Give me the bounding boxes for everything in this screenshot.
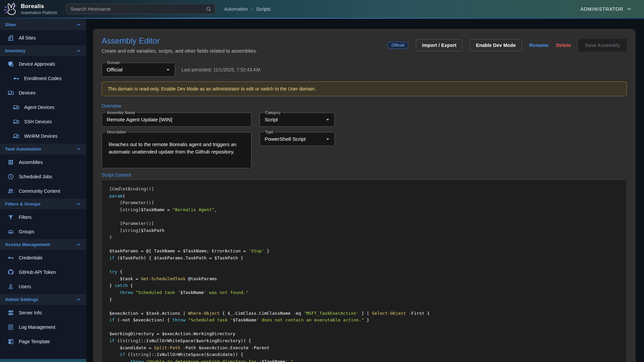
enable-dev-mode-button[interactable]: Enable Dev Mode — [470, 39, 522, 51]
log-icon — [7, 324, 14, 330]
breadcrumb: Automation › Scripts — [224, 0, 271, 18]
read-only-warning-banner: This domain is read-only. Enable Dev Mod… — [102, 81, 627, 96]
sidebar-item-winrm-devices[interactable]: WinRM Devices — [0, 129, 86, 143]
sidebar-item-enrollment-codes[interactable]: Enrollment Codes — [0, 71, 86, 85]
description-label: Description — [105, 129, 128, 135]
topbar-accent-line — [0, 18, 644, 19]
key-icon — [7, 254, 14, 261]
sidebar-item-assemblies[interactable]: Assemblies — [0, 155, 86, 169]
clock-icon — [7, 173, 14, 180]
search-input[interactable] — [66, 6, 206, 12]
chevron-up-icon — [76, 146, 81, 152]
sidebar-item-device-approvals[interactable]: Device Approvals — [0, 57, 86, 71]
sidebar-item-ssh-devices[interactable]: SSH Devices — [0, 114, 86, 129]
brand-tagline: Automation Platform — [21, 10, 57, 15]
sidebar-section-access-management[interactable]: Access Management — [0, 239, 86, 250]
search-icon — [206, 6, 212, 12]
sidebar-item-server-info[interactable]: Server Info — [0, 305, 86, 320]
sidebar-item-groups[interactable]: Groups — [0, 224, 86, 239]
user-icon — [7, 283, 14, 290]
brand-name: Borealis — [21, 3, 57, 10]
sidebar-item-community-content[interactable]: Community Content — [0, 184, 86, 198]
devices-icon — [7, 89, 14, 96]
chevron-up-icon — [76, 201, 81, 206]
chevron-up-icon — [76, 297, 81, 302]
brand: Borealis Automation Platform — [3, 1, 57, 17]
description-field[interactable]: Description Reaches out to the remote Bo… — [102, 132, 252, 168]
breadcrumb-scripts[interactable]: Scripts — [256, 6, 271, 12]
sidebar-section-label: Filters & Groups — [5, 201, 41, 206]
sidebar-item-label: GitHub API Token — [19, 269, 56, 275]
sidebar-item-credentials[interactable]: Credentials — [0, 250, 86, 265]
code-line: param( — [109, 193, 619, 200]
delete-button[interactable]: Delete — [556, 43, 571, 48]
overview-section-label: Overview — [102, 103, 627, 109]
sidebar-item-users[interactable]: Users — [0, 279, 86, 294]
code-line: try { — [109, 268, 619, 276]
sidebar-item-agent-devices[interactable]: Agent Devices — [0, 100, 86, 114]
groups-icon — [7, 228, 14, 235]
domain-badge: Official — [387, 42, 409, 49]
page-title: Assembly Editor — [102, 36, 257, 46]
sidebar-section-filters-groups[interactable]: Filters & Groups — [0, 198, 86, 210]
chevron-up-icon — [76, 22, 81, 27]
devices-icon — [13, 133, 19, 139]
sidebar-item-label: Log Management — [19, 324, 55, 330]
rename-button[interactable]: Rename — [529, 43, 549, 48]
borealis-rabbit-logo — [3, 1, 18, 17]
search-box[interactable] — [66, 4, 215, 14]
sidebar-item-devices[interactable]: Devices — [0, 85, 86, 100]
category-select[interactable]: Category Script — [260, 113, 335, 127]
save-assembly-button[interactable]: Save Assembly — [578, 39, 627, 52]
code-line — [109, 213, 619, 220]
sidebar-section-label: Inventory — [5, 48, 25, 53]
code-line: $task = Get-ScheduledTask @taskParams — [109, 276, 619, 283]
sidebar-section-label: Access Management — [5, 242, 50, 247]
sidebar-section-admin-settings[interactable]: Admin Settings — [0, 294, 86, 305]
code-line — [109, 241, 619, 248]
domain-row: Domain Official Last persisted: 11/1/202… — [102, 63, 627, 77]
overview-fields: Assembly Name Remote Agent Update [WIN] … — [102, 113, 627, 168]
category-label: Category — [263, 110, 282, 115]
code-line: throw "Unable to determine working direc… — [109, 358, 619, 362]
sidebar-item-label: Devices — [19, 90, 36, 96]
import-export-button[interactable]: Import / Export — [416, 39, 463, 51]
last-persisted-text: Last persisted: 11/1/2025, 7:52:43 AM — [181, 67, 260, 72]
sidebar-item-scheduled-jobs[interactable]: Scheduled Jobs — [0, 169, 86, 184]
caret-down-icon — [324, 116, 331, 123]
domain-select[interactable]: Domain Official — [102, 63, 175, 77]
chevron-down-icon — [627, 6, 632, 12]
funnel-icon — [7, 214, 14, 221]
sidebar-item-label: Server Info — [19, 310, 42, 315]
grid-icon — [7, 159, 14, 166]
code-line: [string]$TaskPath — [109, 227, 619, 234]
script-editor[interactable]: [CmdletBinding()]param( [Parameter()] [s… — [102, 180, 627, 362]
sidebar-item-all-sites[interactable]: All Sites — [0, 31, 86, 45]
code-line: [Parameter()] — [109, 220, 619, 227]
code-line: $taskParams = @{ TaskName = $TaskName; E… — [109, 248, 619, 255]
sidebar-item-label: WinRM Devices — [24, 133, 58, 139]
description-value: Reaches out to the remote Borealis agent… — [102, 132, 251, 159]
page-subtitle: Create and edit variables, scripts, and … — [102, 48, 257, 54]
code-line: $execAction = $task.Actions | Where-Obje… — [109, 310, 619, 317]
user-menu[interactable]: ADMINISTRATOR — [580, 0, 632, 18]
sidebar-section-inventory[interactable]: Inventory — [0, 45, 86, 57]
sidebar-section-sites[interactable]: Sites — [0, 19, 86, 31]
sidebar-item-page-template[interactable]: Page Template — [0, 334, 86, 349]
sidebar-item-filters[interactable]: Filters — [0, 210, 86, 224]
script-content-section-label: Script Content — [102, 172, 627, 178]
sidebar-section-label: Task Automation — [5, 146, 41, 152]
sidebar-item-label: Credentials — [19, 255, 43, 260]
assembly-name-field[interactable]: Assembly Name Remote Agent Update [WIN] — [102, 113, 252, 127]
sidebar-item-log-management[interactable]: Log Management — [0, 320, 86, 334]
type-select[interactable]: Type PowerShell Script — [260, 132, 335, 146]
sidebar-item-github-api-token[interactable]: GitHub API Token — [0, 265, 86, 279]
code-line: if ([string]::IsNullOrWhiteSpace($workin… — [109, 338, 619, 345]
shield-check-icon — [7, 61, 14, 67]
sidebar-section-task-automation[interactable]: Task Automation — [0, 143, 86, 155]
sidebar-item-label: Groups — [19, 229, 34, 234]
breadcrumb-automation[interactable]: Automation — [224, 6, 248, 12]
code-line — [109, 262, 619, 269]
code-line: } — [109, 296, 619, 303]
github-icon — [7, 269, 14, 276]
